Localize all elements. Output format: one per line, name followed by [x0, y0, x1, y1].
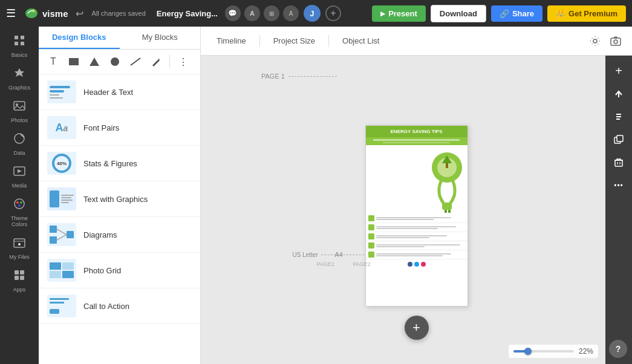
block-thumb-diagrams [47, 223, 76, 246]
info-row-2 [366, 223, 467, 232]
sidebar-item-my-files[interactable]: My Files [2, 232, 36, 264]
block-thumb-text-with-graphics [47, 187, 76, 210]
info-row-5 [366, 250, 467, 259]
graphics-label: Graphics [8, 85, 30, 91]
pen-tool[interactable] [148, 53, 165, 70]
design-panel: Design Blocks My Blocks T ⋮ [39, 27, 201, 364]
block-item-diagrams[interactable]: Diagrams [39, 217, 200, 253]
circle-tool[interactable] [106, 53, 123, 70]
comment-button[interactable]: 💬 [225, 5, 241, 21]
present-button[interactable]: Present [372, 5, 426, 22]
tab-object-list[interactable]: Object List [334, 33, 388, 49]
apps-icon [13, 268, 26, 285]
right-duplicate-button[interactable] [608, 129, 629, 150]
share-button[interactable]: 🔗 Share [491, 5, 542, 22]
tool-row: T ⋮ [39, 50, 200, 74]
svg-rect-2 [15, 36, 18, 39]
svg-point-33 [614, 40, 617, 44]
share-icon: 🔗 [500, 9, 509, 18]
right-more-button[interactable]: ••• [608, 175, 629, 196]
undo-button[interactable]: ↩ [76, 8, 83, 19]
topbar: ☰ visme ↩ All changes saved Energy Savin… [0, 0, 632, 27]
svg-rect-7 [14, 102, 25, 110]
my-files-icon [13, 236, 26, 252]
layout-button[interactable]: ⊞ [264, 5, 279, 21]
download-button[interactable]: Download [431, 5, 486, 22]
block-label-photo-grid: Photo Grid [83, 266, 121, 275]
menu-icon[interactable]: ☰ [6, 7, 16, 20]
sidebar-item-graphics[interactable]: Graphics [2, 63, 36, 94]
crown-icon: 👑 [556, 9, 565, 18]
svg-rect-21 [20, 276, 24, 280]
block-item-stats[interactable]: 40% Stats & Figures [39, 146, 200, 181]
sidebar-item-photos[interactable]: Photos [2, 96, 36, 127]
help-button[interactable]: ? [609, 340, 627, 358]
info-row-3 [366, 232, 467, 241]
page2-a4-sub: PAGE2 [353, 261, 371, 267]
block-label-text-with-graphics: Text with Graphics [83, 195, 148, 204]
rect-tool[interactable] [65, 53, 82, 70]
svg-rect-5 [21, 42, 24, 45]
photos-label: Photos [11, 117, 28, 123]
user-avatar[interactable]: J [304, 5, 321, 22]
right-delete-button[interactable] [608, 152, 629, 173]
logo[interactable]: visme [23, 7, 68, 20]
sidebar-item-media[interactable]: Media [2, 161, 36, 192]
canvas-content[interactable]: PAGE 1 ENERGY SAVING TIPS [201, 56, 632, 364]
svg-rect-19 [20, 270, 24, 275]
right-add-button[interactable]: + [608, 60, 629, 81]
premium-button[interactable]: 👑 Get Premium [547, 5, 626, 22]
svg-rect-27 [50, 236, 57, 244]
tab-timeline[interactable]: Timeline [208, 33, 255, 49]
block-item-font-pairs[interactable]: Aa Font Pairs [39, 110, 200, 146]
sidebar-item-data[interactable]: Data [2, 128, 36, 160]
font-button[interactable]: A [244, 5, 260, 21]
block-item-text-with-graphics[interactable]: Text with Graphics [39, 181, 200, 217]
block-item-header-text[interactable]: Header & Text [39, 74, 200, 110]
zoom-slider[interactable] [513, 350, 574, 353]
info-row-4 [366, 241, 467, 250]
svg-rect-26 [50, 226, 57, 233]
svg-rect-40 [448, 210, 451, 213]
add-collaborator-button[interactable]: + [325, 5, 341, 21]
text-button[interactable]: A [283, 5, 299, 21]
sidebar-item-theme-colors[interactable]: Theme Colors [2, 193, 36, 231]
svg-point-15 [18, 204, 21, 207]
svg-marker-6 [15, 68, 24, 77]
triangle-tool[interactable] [86, 53, 103, 70]
topbar-icons: 💬 A ⊞ A [225, 5, 299, 21]
add-page-button[interactable]: + [405, 316, 429, 340]
block-label-font-pairs: Font Pairs [83, 123, 119, 132]
document-title[interactable]: Energy Saving... [157, 9, 218, 18]
tab-project-size[interactable]: Project Size [265, 33, 324, 49]
block-item-cta[interactable]: Call to Action [39, 288, 200, 324]
photos-icon [13, 99, 26, 115]
svg-rect-47 [615, 160, 622, 166]
sidebar-item-basics[interactable]: Basics [2, 30, 36, 62]
svg-rect-39 [445, 210, 447, 213]
canvas-camera-button[interactable] [607, 32, 625, 50]
infographic-page[interactable]: ENERGY SAVING TIPS [365, 125, 468, 307]
bulb-area [366, 145, 467, 214]
text-tool[interactable]: T [45, 53, 62, 70]
more-tool[interactable]: ⋮ [175, 53, 192, 70]
page2-a4-label: A4 [335, 251, 364, 258]
media-label: Media [12, 183, 27, 189]
block-thumb-header-text [47, 80, 76, 103]
data-icon [13, 132, 26, 148]
tab-design-blocks[interactable]: Design Blocks [39, 27, 120, 49]
sidebar-item-apps[interactable]: Apps [2, 265, 36, 296]
right-move-down-button[interactable] [608, 106, 629, 127]
block-item-photo-grid[interactable]: Photo Grid [39, 253, 200, 288]
block-label-cta: Call to Action [83, 302, 129, 311]
svg-line-29 [57, 229, 67, 235]
media-icon [13, 164, 26, 181]
canvas-settings-button[interactable] [586, 32, 604, 50]
basics-label: Basics [11, 52, 28, 58]
autosave-status: All changes saved [92, 10, 146, 17]
tab-my-blocks[interactable]: My Blocks [120, 27, 201, 49]
apps-label: Apps [13, 287, 26, 293]
line-tool[interactable] [127, 53, 144, 70]
page2-label: PAGE2 [317, 261, 334, 267]
right-move-up-button[interactable] [608, 83, 629, 104]
